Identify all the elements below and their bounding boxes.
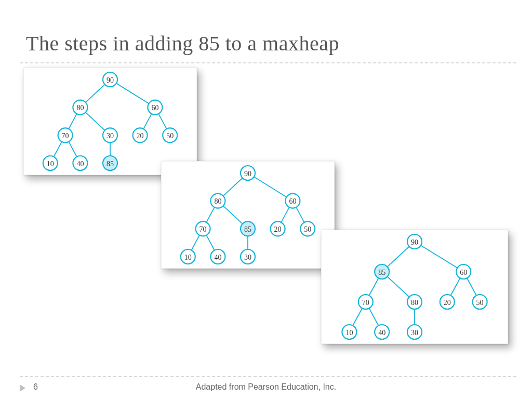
tree-node-label: 70: [62, 132, 69, 140]
tree-node: 85: [241, 221, 255, 236]
tree-node-label: 10: [345, 329, 353, 337]
tree-node-label: 20: [274, 225, 282, 233]
tree-node-label: 50: [476, 299, 484, 307]
tree-node-label: 20: [137, 132, 144, 140]
slide-title: The steps in adding 85 to a maxheap: [26, 31, 339, 56]
tree-node-label: 70: [200, 225, 207, 233]
heap-step-panel: 90806070302050104085: [23, 68, 197, 175]
tree-node: 90: [241, 166, 255, 180]
tree-node: 10: [342, 325, 356, 339]
tree-node-label: 30: [411, 329, 418, 337]
tree-node: 70: [196, 221, 210, 236]
tree-node: 40: [73, 156, 87, 170]
tree-node-label: 85: [378, 269, 385, 276]
tree-node-label: 60: [460, 269, 467, 276]
tree-node-label: 60: [289, 197, 296, 205]
tree-node-label: 80: [411, 299, 418, 307]
tree-node: 50: [163, 128, 177, 142]
tree-node: 50: [300, 221, 315, 236]
tree-node-label: 40: [378, 329, 385, 337]
footer-text: Adapted from Pearson Education, Inc.: [0, 382, 532, 392]
tree-node-label: 85: [107, 160, 114, 168]
tree-node: 40: [375, 325, 389, 339]
tree-node-label: 30: [107, 132, 114, 140]
tree-node: 85: [103, 156, 117, 170]
tree-node-label: 90: [244, 170, 251, 178]
tree-node: 85: [375, 264, 389, 279]
tree-node-label: 90: [411, 238, 418, 246]
slide-root: The steps in adding 85 to a maxheap 9080…: [0, 0, 532, 399]
tree-node: 60: [456, 264, 471, 279]
tree-edge: [110, 79, 155, 108]
title-divider: [20, 62, 516, 63]
tree-node-label: 30: [244, 254, 251, 261]
tree-node-label: 50: [166, 132, 174, 140]
tree-node: 50: [473, 295, 487, 309]
tree-edge: [248, 173, 292, 201]
tree-node-label: 80: [76, 104, 84, 112]
tree-node-label: 50: [304, 225, 311, 233]
heap-step-panel: 90856070802050104030: [321, 230, 508, 344]
tree-node-label: 90: [107, 76, 114, 84]
tree-node: 40: [210, 249, 225, 264]
tree-node-label: 20: [444, 299, 451, 307]
tree-node: 30: [103, 128, 117, 142]
tree-node: 60: [285, 194, 300, 208]
tree-node: 80: [407, 295, 422, 309]
tree-node: 30: [241, 249, 255, 264]
tree-node: 20: [133, 128, 148, 142]
tree-node: 20: [271, 221, 285, 236]
tree-node: 80: [73, 100, 87, 115]
footer-divider: [20, 376, 516, 377]
tree-node: 10: [181, 249, 195, 264]
tree-node: 90: [103, 72, 117, 87]
tree-node-label: 80: [214, 197, 221, 205]
tree-node-label: 10: [47, 160, 54, 168]
tree-node: 10: [43, 156, 58, 170]
tree-node: 80: [210, 194, 225, 208]
tree-node-label: 85: [244, 225, 251, 233]
tree-node: 70: [58, 128, 73, 142]
tree-node-label: 60: [151, 104, 158, 112]
tree-node-label: 10: [184, 254, 192, 261]
tree-edge: [415, 242, 463, 272]
tree-node: 60: [148, 100, 162, 115]
tree-node-label: 40: [76, 160, 84, 168]
tree-node-label: 70: [362, 299, 369, 307]
tree-node: 70: [358, 295, 373, 309]
tree-node: 20: [440, 295, 455, 309]
tree-node: 90: [407, 234, 422, 249]
tree-node: 30: [407, 325, 422, 339]
tree-node-label: 40: [214, 254, 221, 261]
heap-step-panel: 90806070852050104030: [161, 161, 335, 269]
